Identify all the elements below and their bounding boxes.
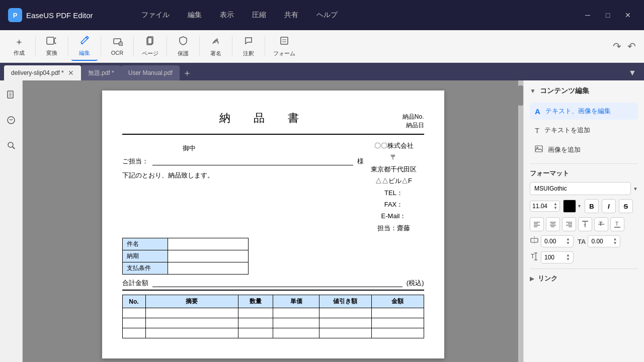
- separator-2: [68, 36, 68, 56]
- app-name: EaseUS PDF Editor: [26, 11, 93, 20]
- tab-add-button[interactable]: ＋: [180, 65, 195, 80]
- create-button[interactable]: ＋ 作成: [6, 33, 32, 60]
- font-size-input[interactable]: 11.04 ▲ ▼: [530, 201, 560, 212]
- ta-spacing-input[interactable]: 0.00 ▲ ▼: [588, 235, 620, 247]
- link-collapse-icon[interactable]: ▶: [530, 276, 534, 282]
- panel-divider-2: [530, 268, 638, 269]
- sidebar-bookmark-icon[interactable]: [3, 112, 20, 129]
- row-value-2: [168, 262, 248, 275]
- menu-help[interactable]: ヘルプ: [308, 8, 346, 23]
- line-height-icon: T: [530, 252, 539, 263]
- ta-spacing-down[interactable]: ▼: [613, 241, 617, 245]
- tab-manual[interactable]: User Manual.pdf: [121, 65, 180, 80]
- main-area: 納品No. 納品日 納 品 書 御中 ご担当： 様 下記のとおり、納品致します。: [0, 80, 644, 362]
- tab-untitled[interactable]: 無題.pdf *: [81, 65, 121, 80]
- h-spacing-input[interactable]: 0.00 ▲ ▼: [541, 235, 574, 247]
- svg-text:T: T: [584, 223, 586, 228]
- add-image-label: 画像を追加: [548, 145, 581, 154]
- svg-line-5: [122, 45, 123, 46]
- sign-button[interactable]: 署名: [203, 33, 229, 60]
- h-spacing-down[interactable]: ▼: [566, 241, 570, 245]
- pdf-company: 〇〇株式会社: [364, 140, 424, 151]
- minimize-button[interactable]: ─: [580, 8, 596, 22]
- page-label: ページ: [142, 50, 158, 57]
- line-height-input[interactable]: 100 ▲ ▼: [541, 251, 574, 263]
- pdf-message: 下記のとおり、納品致します。: [122, 171, 364, 180]
- menu-compress[interactable]: 圧縮: [244, 8, 274, 23]
- font-select-row: MSUIGothic ▼: [530, 182, 638, 195]
- left-sidebar: [0, 80, 23, 362]
- redo-button[interactable]: ↷: [611, 38, 623, 54]
- sidebar-pages-icon[interactable]: [3, 86, 20, 104]
- pdf-onaka: 御中: [122, 144, 364, 153]
- ocr-label: OCR: [111, 50, 123, 56]
- sidebar-search-icon[interactable]: [3, 137, 20, 154]
- edit-button[interactable]: 編集: [71, 32, 98, 61]
- menu-view[interactable]: 表示: [212, 8, 242, 23]
- align-top-button[interactable]: T: [578, 217, 592, 231]
- menu-file[interactable]: ファイル: [133, 8, 178, 23]
- titlebar: P EaseUS PDF Editor ファイル 編集 表示 圧縮 共有 ヘルプ…: [0, 0, 644, 30]
- link-header[interactable]: ▶ リンク: [530, 274, 638, 283]
- align-right-button[interactable]: [562, 217, 576, 231]
- pdf-email: E-Mail：: [364, 210, 424, 222]
- font-selector[interactable]: MSUIGothic: [530, 182, 631, 195]
- edit-icon: [79, 35, 90, 48]
- protect-button[interactable]: 保護: [170, 33, 196, 60]
- pdf-tantou: ご担当： 様: [122, 157, 364, 166]
- h-spacing-value: 0.00: [544, 238, 556, 245]
- align-bottom-button[interactable]: T: [610, 217, 624, 231]
- form-button[interactable]: フォーム: [268, 33, 300, 60]
- tab-bar: delivery-slip04.pdf * ✕ 無題.pdf * User Ma…: [0, 63, 644, 80]
- tab-delivery[interactable]: delivery-slip04.pdf * ✕: [4, 65, 81, 80]
- link-label: リンク: [538, 274, 557, 283]
- col-header-qty: 数量: [238, 295, 273, 308]
- separator-5: [167, 36, 167, 56]
- panel-divider-1: [530, 163, 638, 164]
- italic-button[interactable]: I: [602, 199, 616, 213]
- strikethrough-button[interactable]: S: [619, 199, 633, 213]
- pdf-scrollbar-thumb[interactable]: [518, 85, 523, 106]
- comment-button[interactable]: 注釈: [235, 33, 262, 60]
- pdf-fax: FAX：: [364, 199, 424, 210]
- row-label-0: 件名: [122, 238, 168, 250]
- pdf-viewer[interactable]: 納品No. 納品日 納 品 書 御中 ご担当： 様 下記のとおり、納品致します。: [23, 80, 523, 362]
- color-picker[interactable]: [563, 200, 576, 213]
- add-text-label: テキストを追加: [544, 126, 590, 135]
- separator-1: [35, 36, 36, 56]
- menu-share[interactable]: 共有: [276, 8, 306, 23]
- create-label: 作成: [14, 49, 25, 57]
- pdf-total-label: 合計金額: [122, 279, 148, 288]
- pdf-addr2: 東京都千代田区: [364, 163, 424, 175]
- menu-edit[interactable]: 編集: [180, 8, 210, 23]
- pdf-date-label: 納品日: [403, 121, 424, 130]
- align-middle-button[interactable]: T: [594, 217, 608, 231]
- form-icon: [279, 36, 289, 48]
- pdf-addr1: 〒: [364, 151, 424, 163]
- separator-4: [133, 36, 134, 56]
- bold-button[interactable]: B: [585, 199, 599, 213]
- row-label-1: 納期: [122, 250, 168, 262]
- ocr-button[interactable]: OCR: [104, 34, 130, 59]
- pdf-scrollbar[interactable]: [518, 80, 523, 362]
- line-height-down[interactable]: ▼: [566, 257, 570, 261]
- font-size-down[interactable]: ▼: [553, 206, 557, 210]
- tab-delivery-close[interactable]: ✕: [68, 69, 74, 77]
- add-text-item[interactable]: T テキストを追加: [530, 122, 638, 139]
- undo-button[interactable]: ↶: [625, 38, 638, 54]
- close-button[interactable]: ✕: [620, 8, 636, 22]
- edit-text-image-item[interactable]: A テキスト、画像を編集: [530, 103, 638, 120]
- convert-button[interactable]: 変換: [39, 33, 65, 60]
- align-center-button[interactable]: [546, 217, 560, 231]
- spacing-row: 0.00 ▲ ▼ TA 0.00 ▲ ▼: [530, 235, 638, 247]
- font-select-arrow: ▼: [633, 186, 638, 192]
- page-button[interactable]: ページ: [137, 33, 164, 60]
- sign-icon: [211, 36, 221, 48]
- add-image-item[interactable]: 画像を追加: [530, 141, 638, 158]
- convert-icon: [46, 36, 57, 48]
- collapse-icon[interactable]: ▼: [530, 87, 536, 95]
- maximize-button[interactable]: □: [600, 8, 616, 22]
- align-left-button[interactable]: [530, 217, 544, 231]
- tab-dropdown-button[interactable]: ▼: [625, 65, 640, 80]
- color-picker-arrow[interactable]: ▼: [577, 204, 582, 209]
